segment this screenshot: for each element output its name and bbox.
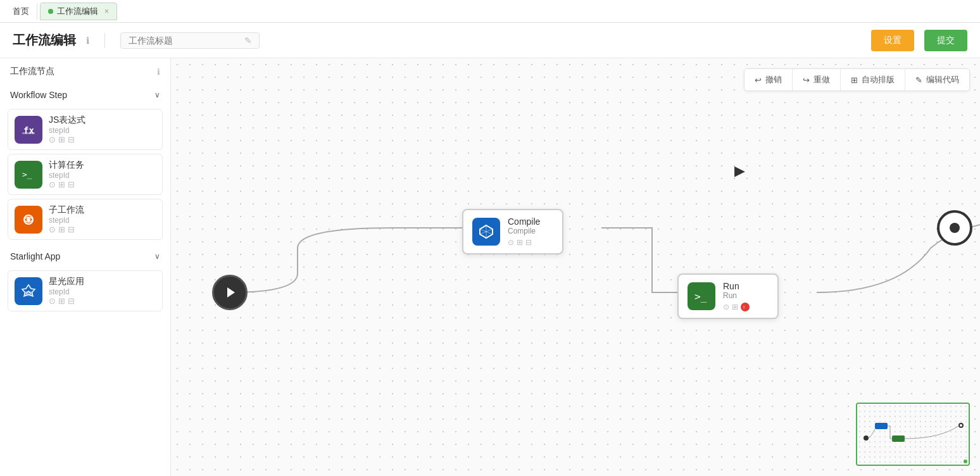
tab-close-icon[interactable]: × [104,7,109,16]
js-expression-actions: ⊙ ⊞ ⊟ [49,135,156,144]
redo-icon: ↪ [803,75,810,85]
header: 工作流编辑 ℹ ✎ 设置 提交 [0,23,980,58]
starlight-app-label: Starlight App [10,251,60,261]
sidebar-item-compute-task[interactable]: >_ 计算任务 stepId ⊙ ⊞ ⊟ [8,154,163,195]
compute-task-stepid: stepId [49,171,156,180]
run-node-sub: Run [723,291,769,300]
workflow-step-label: Workflow Step [10,90,67,100]
run-node-error-badge: ! [741,303,750,311]
starlight-app-icon [15,277,42,305]
starlight-app-stepid: stepId [49,287,156,296]
svg-text:!: ! [743,304,744,310]
compute-task-name: 计算任务 [49,160,156,171]
svg-marker-10 [227,287,235,298]
tab-status-dot [48,9,53,14]
main-layout: 工作流节点 ℹ Workflow Step ∨ fx JS表达式 stepId … [0,58,980,476]
svg-text:>_: >_ [22,170,32,179]
sidebar-item-starlight-app[interactable]: 星光应用 stepId ⊙ ⊞ ⊟ [8,270,163,311]
sub-workflow-text: 子工作流 stepId ⊙ ⊞ ⊟ [49,204,156,234]
compile-node-name: Compile [508,216,553,227]
run-node-icon: >_ [688,282,715,310]
sidebar-workflow-step-header[interactable]: Workflow Step ∨ [0,82,170,105]
compute-task-actions: ⊙ ⊞ ⊟ [49,180,156,189]
js-expression-name: JS表达式 [49,115,156,126]
auto-layout-label: 自动排版 [862,74,895,85]
workflow-canvas[interactable]: ↩ 撤销 ↪ 重做 ⊞ 自动排版 ✎ 编辑代码 [171,58,980,476]
workflow-title-input[interactable] [129,35,239,46]
js-expression-stepid: stepId [49,126,156,135]
auto-layout-button[interactable]: ⊞ 自动排版 [841,69,905,91]
undo-icon: ↩ [755,75,762,85]
run-node-text: Run Run ⊙ ⊞ ! [723,281,769,311]
sidebar: 工作流节点 ℹ Workflow Step ∨ fx JS表达式 stepId … [0,58,171,476]
svg-rect-2 [22,132,35,134]
submit-button[interactable]: 提交 [924,30,967,51]
edit-code-label: 编辑代码 [926,74,959,85]
undo-button[interactable]: ↩ 撤销 [744,69,793,91]
header-divider [104,33,105,48]
starlight-app-chevron[interactable]: ∨ [154,252,160,261]
end-node[interactable] [937,210,972,246]
starlight-app-actions: ⊙ ⊞ ⊟ [49,296,156,306]
workflow-title-input-wrapper: ✎ [120,32,260,49]
run-node-actions: ⊙ ⊞ ! [723,303,769,311]
sub-workflow-name: 子工作流 [49,204,156,216]
edit-icon: ✎ [244,35,252,46]
sub-workflow-stepid: stepId [49,216,156,225]
canvas-toolbar: ↩ 撤销 ↪ 重做 ⊞ 自动排版 ✎ 编辑代码 [744,68,970,91]
redo-label: 重做 [814,74,830,85]
mini-map-corner [964,460,967,463]
svg-rect-9 [25,291,32,296]
sidebar-nodes-header: 工作流节点 ℹ [0,58,170,82]
tab-active-label: 工作流编辑 [57,6,98,17]
mini-map [856,403,970,466]
mini-map-svg [857,404,969,465]
starlight-app-text: 星光应用 stepId ⊙ ⊞ ⊟ [49,276,156,306]
compute-task-icon: >_ [15,161,42,189]
js-expression-icon: fx [15,116,42,144]
nodes-info-icon[interactable]: ℹ [157,67,160,77]
compile-node-sub: Compile [508,227,553,235]
svg-point-15 [950,223,960,233]
mini-map-inner [857,404,969,465]
sidebar-item-js-expression[interactable]: fx JS表达式 stepId ⊙ ⊞ ⊟ [8,109,163,150]
compile-node-text: Compile Compile ⊙ ⊞ ⊟ [508,216,553,247]
tab-active[interactable]: 工作流编辑 × [40,3,117,20]
undo-label: 撤销 [765,74,782,85]
tab-bar: 首页 工作流编辑 × [0,0,980,23]
page-title: 工作流编辑 [13,32,76,49]
edit-code-button[interactable]: ✎ 编辑代码 [905,69,969,91]
starlight-app-name: 星光应用 [49,276,156,287]
start-node[interactable] [212,275,248,310]
settings-button[interactable]: 设置 [871,30,914,51]
edit-code-icon: ✎ [915,75,922,85]
svg-text:>_: >_ [694,291,707,303]
tab-home[interactable]: 首页 [5,3,37,20]
compile-node[interactable]: Compile Compile ⊙ ⊞ ⊟ [462,209,563,254]
run-node-name: Run [723,281,769,291]
sub-workflow-actions: ⊙ ⊞ ⊟ [49,225,156,234]
sub-workflow-icon [15,206,42,234]
cursor: ▶ [734,163,745,179]
js-expression-text: JS表达式 stepId ⊙ ⊞ ⊟ [49,115,156,144]
redo-button[interactable]: ↪ 重做 [793,69,841,91]
svg-point-7 [27,218,30,222]
auto-layout-icon: ⊞ [851,75,858,85]
sidebar-nodes-title: 工作流节点 [10,66,54,77]
compile-node-icon [472,218,500,246]
compile-node-actions: ⊙ ⊞ ⊟ [508,238,553,247]
sidebar-item-sub-workflow[interactable]: 子工作流 stepId ⊙ ⊞ ⊟ [8,199,163,240]
header-info-icon[interactable]: ℹ [86,35,89,46]
sidebar-starlight-header[interactable]: Starlight App ∨ [0,244,170,266]
run-node[interactable]: >_ Run Run ⊙ ⊞ ! [677,273,779,319]
compute-task-text: 计算任务 stepId ⊙ ⊞ ⊟ [49,160,156,189]
workflow-step-chevron[interactable]: ∨ [154,91,160,99]
